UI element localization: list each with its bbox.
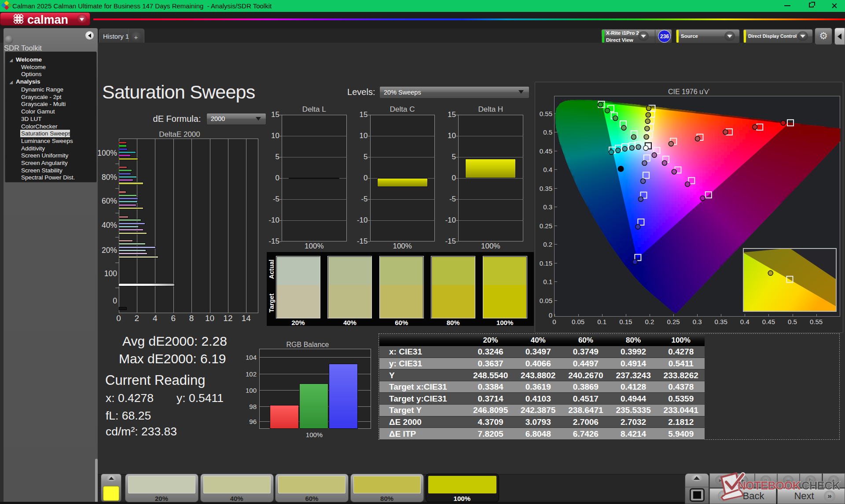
svg-text:NOTEBOOK: NOTEBOOK: [738, 479, 801, 492]
svg-text:CHECK: CHECK: [801, 479, 841, 492]
